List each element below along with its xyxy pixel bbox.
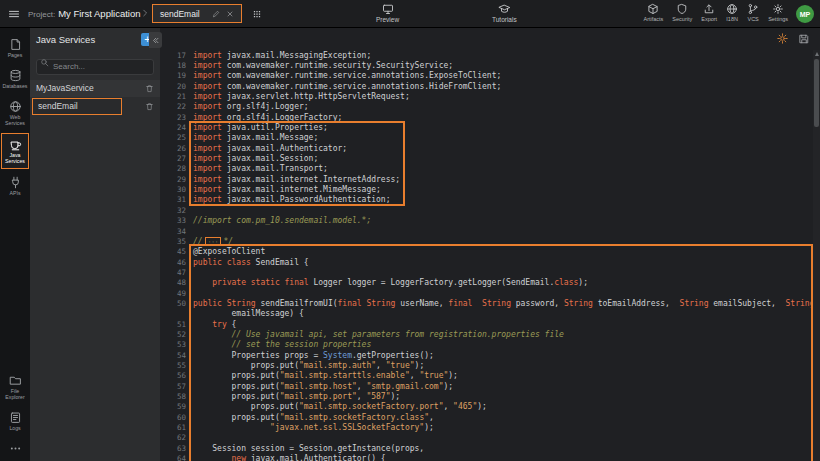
code-text: import javax.servlet.http.HttpServletReq… [193, 92, 410, 101]
code-line[interactable]: 61 "javax.net.ssl.SSLSocketFactory"); [160, 422, 812, 432]
code-line[interactable]: 35//···*/ [160, 236, 812, 246]
code-text: import com.wavemaker.runtime.service.ann… [193, 71, 501, 80]
code-line[interactable]: 32 [160, 205, 812, 215]
vcs-icon [747, 3, 759, 15]
code-text: import javax.mail.PasswordAuthentication… [193, 195, 390, 204]
code-line[interactable]: 52 // Use javamail api, set parameters f… [160, 329, 812, 339]
sidebar-item-databases[interactable]: Databases [1, 65, 29, 93]
code-line[interactable]: 23import org.slf4j.LoggerFactory; [160, 112, 812, 122]
code-line[interactable]: 49 [160, 288, 812, 298]
code-line[interactable]: 53 // set the session properties [160, 340, 812, 350]
settings-button[interactable]: Settings [768, 3, 788, 22]
sidebar-item-apis[interactable]: APIs [1, 172, 29, 200]
code-line[interactable]: 60 props.put("mail.smtp.socketFactory.cl… [160, 412, 812, 422]
code-line[interactable]: 33//import com.pm_10.sendemail.model.*; [160, 216, 812, 226]
delete-icon[interactable] [145, 102, 154, 111]
tutorials-button[interactable]: Tutorials [492, 3, 517, 23]
chevron-right-icon[interactable] [140, 8, 150, 18]
scrollbar-thumb[interactable] [814, 59, 819, 127]
code-text: import com.wavemaker.runtime.service.ann… [193, 82, 501, 91]
security-button[interactable]: Security [672, 3, 692, 22]
code-line[interactable]: 48 private static final Logger logger = … [160, 278, 812, 288]
more-options-icon[interactable] [0, 438, 30, 461]
panel-title: Java Services [36, 34, 135, 45]
folded-code-icon[interactable]: ··· [205, 237, 222, 246]
scrollbar[interactable] [813, 50, 820, 461]
line-number: 59 [160, 402, 193, 411]
line-number: 31 [160, 195, 193, 204]
code-line[interactable]: 59 props.put("mail.smtp.socketFactory.po… [160, 402, 812, 412]
code-line[interactable]: 50public String sendEmailfromUI(final St… [160, 298, 812, 308]
code-line[interactable]: 29import javax.mail.internet.InternetAdd… [160, 174, 812, 184]
tab-sendemail[interactable]: sendEmail [152, 4, 242, 23]
edit-icon[interactable] [212, 10, 220, 18]
export-button[interactable]: Export [701, 3, 717, 22]
code-line[interactable]: 31import javax.mail.PasswordAuthenticati… [160, 195, 812, 205]
code-line[interactable]: 57 props.put("mail.smtp.host", "smtp.gma… [160, 381, 812, 391]
code-text: import javax.mail.Authenticator; [193, 144, 347, 153]
artifacts-button[interactable]: Artifacts [643, 3, 663, 22]
code-line[interactable]: 34 [160, 226, 812, 236]
menu-icon[interactable] [8, 8, 20, 20]
line-number: 19 [160, 71, 193, 80]
search-input[interactable] [36, 59, 154, 75]
code-text: import javax.mail.Session; [193, 154, 318, 163]
vcs-button[interactable]: VCS [747, 3, 759, 22]
code-line[interactable]: 54 Properties props = System.getProperti… [160, 350, 812, 360]
code-line[interactable]: 46public class SendEmail { [160, 257, 812, 267]
project-info[interactable]: Project: My First Application [28, 8, 141, 19]
service-settings-icon[interactable] [776, 32, 789, 45]
code-text: import com.wavemaker.runtime.security.Se… [193, 61, 453, 70]
sidebar-item-logs[interactable]: Logs [1, 407, 29, 435]
code-line[interactable]: 58 props.put("mail.smtp.port", "587"); [160, 391, 812, 401]
list-item-myjavaservice[interactable]: MyJavaService [30, 80, 160, 97]
close-icon[interactable] [226, 10, 234, 18]
code-line[interactable]: 56 props.put("mail.smtp.starttls.enable"… [160, 371, 812, 381]
line-number: 63 [160, 444, 193, 453]
code-line[interactable]: 21import javax.servlet.http.HttpServletR… [160, 91, 812, 101]
list-item-sendemail[interactable]: sendEmail [30, 98, 160, 115]
collapse-panel-button[interactable] [149, 32, 162, 48]
code-line[interactable]: 30import javax.mail.internet.MimeMessage… [160, 184, 812, 194]
code-line[interactable]: 19import com.wavemaker.runtime.service.a… [160, 71, 812, 81]
code-line[interactable]: 20import com.wavemaker.runtime.service.a… [160, 81, 812, 91]
code-line[interactable]: 26import javax.mail.Authenticator; [160, 143, 812, 153]
code-line[interactable]: 18import com.wavemaker.runtime.security.… [160, 60, 812, 70]
sidebar-item-pages[interactable]: Pages [1, 34, 29, 62]
code-text: props.put("mail.smtp.starttls.enable", "… [193, 371, 458, 380]
code-text: import javax.mail.Transport; [193, 164, 328, 173]
code-line[interactable]: 25import javax.mail.Message; [160, 133, 812, 143]
i18n-button[interactable]: I18N [726, 3, 738, 22]
code-line[interactable]: 45@ExposeToClient [160, 247, 812, 257]
code-line[interactable]: 62 [160, 433, 812, 443]
code-line[interactable]: 51 try { [160, 319, 812, 329]
line-number: 60 [160, 413, 193, 422]
service-list: MyJavaService sendEmail [30, 80, 160, 115]
code-line[interactable]: 63 Session session = Session.getInstance… [160, 443, 812, 453]
code-line[interactable]: 24import java.util.Properties; [160, 122, 812, 132]
sidebar-item-web-services[interactable]: Web Services [1, 96, 29, 130]
preview-button[interactable]: Preview [376, 3, 399, 23]
user-avatar[interactable]: MP [796, 5, 814, 23]
code-line[interactable]: 28import javax.mail.Transport; [160, 164, 812, 174]
delete-icon[interactable] [145, 84, 154, 93]
line-number: 50 [160, 299, 193, 308]
sidebar-item-file-explorer[interactable]: File Explorer [1, 370, 29, 404]
code-line[interactable]: 27import javax.mail.Session; [160, 153, 812, 163]
save-icon[interactable] [798, 33, 810, 45]
apps-grid-icon[interactable] [252, 9, 262, 19]
code-text: import javax.mail.MessagingException; [193, 51, 371, 60]
code-editor[interactable]: 17import javax.mail.MessagingException;1… [160, 50, 812, 461]
code-line[interactable]: 47 [160, 267, 812, 277]
code-line[interactable]: 64 new javax.mail.Authenticator() { [160, 453, 812, 461]
line-number: 34 [160, 227, 193, 236]
line-number: 21 [160, 92, 193, 101]
scroll-up-icon[interactable] [815, 52, 819, 56]
code-line[interactable]: 55 props.put("mail.smtp.auth", "true"); [160, 360, 812, 370]
code-line[interactable]: emailMessage) { [160, 309, 812, 319]
code-line[interactable]: 22import org.slf4j.Logger; [160, 102, 812, 112]
code-text: public String sendEmailfromUI(final Stri… [193, 299, 812, 308]
code-text: Session session = Session.getInstance(pr… [193, 444, 424, 453]
sidebar-item-java-services[interactable]: Java Services [1, 133, 29, 169]
code-line[interactable]: 17import javax.mail.MessagingException; [160, 50, 812, 60]
